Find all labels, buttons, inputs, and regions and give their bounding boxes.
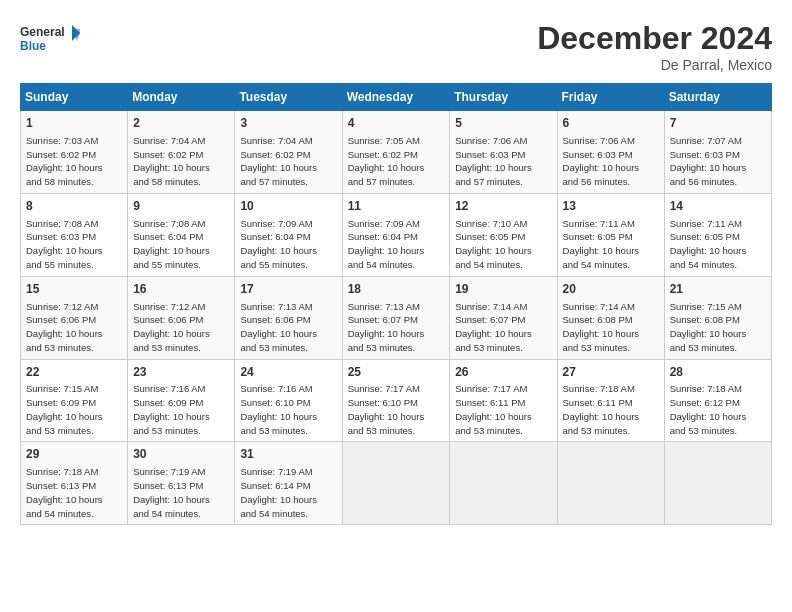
calendar-cell: 20Sunrise: 7:14 AM Sunset: 6:08 PM Dayli… — [557, 276, 664, 359]
day-number: 30 — [133, 446, 229, 463]
day-info: Sunrise: 7:17 AM Sunset: 6:10 PM Dayligh… — [348, 382, 445, 437]
calendar-cell — [450, 442, 557, 525]
day-info: Sunrise: 7:16 AM Sunset: 6:10 PM Dayligh… — [240, 382, 336, 437]
calendar-cell: 17Sunrise: 7:13 AM Sunset: 6:06 PM Dayli… — [235, 276, 342, 359]
calendar-weekday-tuesday: Tuesday — [235, 84, 342, 111]
logo: General Blue — [20, 20, 80, 60]
calendar-cell: 11Sunrise: 7:09 AM Sunset: 6:04 PM Dayli… — [342, 193, 450, 276]
calendar-cell: 10Sunrise: 7:09 AM Sunset: 6:04 PM Dayli… — [235, 193, 342, 276]
day-info: Sunrise: 7:19 AM Sunset: 6:13 PM Dayligh… — [133, 465, 229, 520]
calendar-header-row: SundayMondayTuesdayWednesdayThursdayFrid… — [21, 84, 772, 111]
day-info: Sunrise: 7:13 AM Sunset: 6:07 PM Dayligh… — [348, 300, 445, 355]
day-info: Sunrise: 7:17 AM Sunset: 6:11 PM Dayligh… — [455, 382, 551, 437]
calendar-table: SundayMondayTuesdayWednesdayThursdayFrid… — [20, 83, 772, 525]
calendar-cell: 24Sunrise: 7:16 AM Sunset: 6:10 PM Dayli… — [235, 359, 342, 442]
day-info: Sunrise: 7:18 AM Sunset: 6:13 PM Dayligh… — [26, 465, 122, 520]
day-number: 29 — [26, 446, 122, 463]
calendar-cell: 6Sunrise: 7:06 AM Sunset: 6:03 PM Daylig… — [557, 111, 664, 194]
calendar-cell: 15Sunrise: 7:12 AM Sunset: 6:06 PM Dayli… — [21, 276, 128, 359]
calendar-weekday-friday: Friday — [557, 84, 664, 111]
day-info: Sunrise: 7:07 AM Sunset: 6:03 PM Dayligh… — [670, 134, 766, 189]
title-area: December 2024 De Parral, Mexico — [537, 20, 772, 73]
day-number: 28 — [670, 364, 766, 381]
day-info: Sunrise: 7:19 AM Sunset: 6:14 PM Dayligh… — [240, 465, 336, 520]
day-info: Sunrise: 7:08 AM Sunset: 6:04 PM Dayligh… — [133, 217, 229, 272]
day-number: 22 — [26, 364, 122, 381]
day-number: 17 — [240, 281, 336, 298]
day-number: 12 — [455, 198, 551, 215]
day-info: Sunrise: 7:09 AM Sunset: 6:04 PM Dayligh… — [348, 217, 445, 272]
day-number: 31 — [240, 446, 336, 463]
calendar-cell: 5Sunrise: 7:06 AM Sunset: 6:03 PM Daylig… — [450, 111, 557, 194]
day-info: Sunrise: 7:18 AM Sunset: 6:11 PM Dayligh… — [563, 382, 659, 437]
day-info: Sunrise: 7:04 AM Sunset: 6:02 PM Dayligh… — [133, 134, 229, 189]
day-info: Sunrise: 7:18 AM Sunset: 6:12 PM Dayligh… — [670, 382, 766, 437]
calendar-cell — [664, 442, 771, 525]
day-number: 21 — [670, 281, 766, 298]
calendar-cell: 22Sunrise: 7:15 AM Sunset: 6:09 PM Dayli… — [21, 359, 128, 442]
day-info: Sunrise: 7:12 AM Sunset: 6:06 PM Dayligh… — [133, 300, 229, 355]
day-number: 25 — [348, 364, 445, 381]
day-info: Sunrise: 7:15 AM Sunset: 6:08 PM Dayligh… — [670, 300, 766, 355]
calendar-cell: 21Sunrise: 7:15 AM Sunset: 6:08 PM Dayli… — [664, 276, 771, 359]
calendar-cell: 27Sunrise: 7:18 AM Sunset: 6:11 PM Dayli… — [557, 359, 664, 442]
calendar-cell: 31Sunrise: 7:19 AM Sunset: 6:14 PM Dayli… — [235, 442, 342, 525]
calendar-cell: 30Sunrise: 7:19 AM Sunset: 6:13 PM Dayli… — [128, 442, 235, 525]
day-number: 3 — [240, 115, 336, 132]
calendar-cell: 25Sunrise: 7:17 AM Sunset: 6:10 PM Dayli… — [342, 359, 450, 442]
day-number: 4 — [348, 115, 445, 132]
day-info: Sunrise: 7:03 AM Sunset: 6:02 PM Dayligh… — [26, 134, 122, 189]
calendar-cell: 12Sunrise: 7:10 AM Sunset: 6:05 PM Dayli… — [450, 193, 557, 276]
day-info: Sunrise: 7:12 AM Sunset: 6:06 PM Dayligh… — [26, 300, 122, 355]
day-info: Sunrise: 7:16 AM Sunset: 6:09 PM Dayligh… — [133, 382, 229, 437]
calendar-weekday-saturday: Saturday — [664, 84, 771, 111]
day-info: Sunrise: 7:08 AM Sunset: 6:03 PM Dayligh… — [26, 217, 122, 272]
calendar-weekday-thursday: Thursday — [450, 84, 557, 111]
day-info: Sunrise: 7:11 AM Sunset: 6:05 PM Dayligh… — [563, 217, 659, 272]
day-info: Sunrise: 7:06 AM Sunset: 6:03 PM Dayligh… — [563, 134, 659, 189]
calendar-week-4: 22Sunrise: 7:15 AM Sunset: 6:09 PM Dayli… — [21, 359, 772, 442]
day-number: 16 — [133, 281, 229, 298]
day-number: 7 — [670, 115, 766, 132]
calendar-cell — [342, 442, 450, 525]
calendar-cell: 23Sunrise: 7:16 AM Sunset: 6:09 PM Dayli… — [128, 359, 235, 442]
day-info: Sunrise: 7:13 AM Sunset: 6:06 PM Dayligh… — [240, 300, 336, 355]
svg-text:Blue: Blue — [20, 39, 46, 53]
calendar-week-2: 8Sunrise: 7:08 AM Sunset: 6:03 PM Daylig… — [21, 193, 772, 276]
day-number: 5 — [455, 115, 551, 132]
calendar-weekday-sunday: Sunday — [21, 84, 128, 111]
day-info: Sunrise: 7:14 AM Sunset: 6:08 PM Dayligh… — [563, 300, 659, 355]
day-number: 1 — [26, 115, 122, 132]
calendar-week-1: 1Sunrise: 7:03 AM Sunset: 6:02 PM Daylig… — [21, 111, 772, 194]
month-title: December 2024 — [537, 20, 772, 57]
day-number: 27 — [563, 364, 659, 381]
calendar-week-5: 29Sunrise: 7:18 AM Sunset: 6:13 PM Dayli… — [21, 442, 772, 525]
location: De Parral, Mexico — [537, 57, 772, 73]
calendar-cell: 18Sunrise: 7:13 AM Sunset: 6:07 PM Dayli… — [342, 276, 450, 359]
calendar-cell: 26Sunrise: 7:17 AM Sunset: 6:11 PM Dayli… — [450, 359, 557, 442]
day-number: 20 — [563, 281, 659, 298]
calendar-cell: 13Sunrise: 7:11 AM Sunset: 6:05 PM Dayli… — [557, 193, 664, 276]
day-number: 18 — [348, 281, 445, 298]
calendar-cell: 7Sunrise: 7:07 AM Sunset: 6:03 PM Daylig… — [664, 111, 771, 194]
day-info: Sunrise: 7:14 AM Sunset: 6:07 PM Dayligh… — [455, 300, 551, 355]
calendar-weekday-wednesday: Wednesday — [342, 84, 450, 111]
day-number: 9 — [133, 198, 229, 215]
calendar-cell: 29Sunrise: 7:18 AM Sunset: 6:13 PM Dayli… — [21, 442, 128, 525]
day-info: Sunrise: 7:05 AM Sunset: 6:02 PM Dayligh… — [348, 134, 445, 189]
day-number: 10 — [240, 198, 336, 215]
day-info: Sunrise: 7:15 AM Sunset: 6:09 PM Dayligh… — [26, 382, 122, 437]
calendar-cell: 2Sunrise: 7:04 AM Sunset: 6:02 PM Daylig… — [128, 111, 235, 194]
calendar-cell: 16Sunrise: 7:12 AM Sunset: 6:06 PM Dayli… — [128, 276, 235, 359]
day-number: 13 — [563, 198, 659, 215]
calendar-week-3: 15Sunrise: 7:12 AM Sunset: 6:06 PM Dayli… — [21, 276, 772, 359]
day-number: 6 — [563, 115, 659, 132]
calendar-cell: 14Sunrise: 7:11 AM Sunset: 6:05 PM Dayli… — [664, 193, 771, 276]
calendar-cell: 28Sunrise: 7:18 AM Sunset: 6:12 PM Dayli… — [664, 359, 771, 442]
calendar-cell — [557, 442, 664, 525]
day-info: Sunrise: 7:04 AM Sunset: 6:02 PM Dayligh… — [240, 134, 336, 189]
logo-svg: General Blue — [20, 20, 80, 60]
day-number: 14 — [670, 198, 766, 215]
day-number: 11 — [348, 198, 445, 215]
day-number: 8 — [26, 198, 122, 215]
